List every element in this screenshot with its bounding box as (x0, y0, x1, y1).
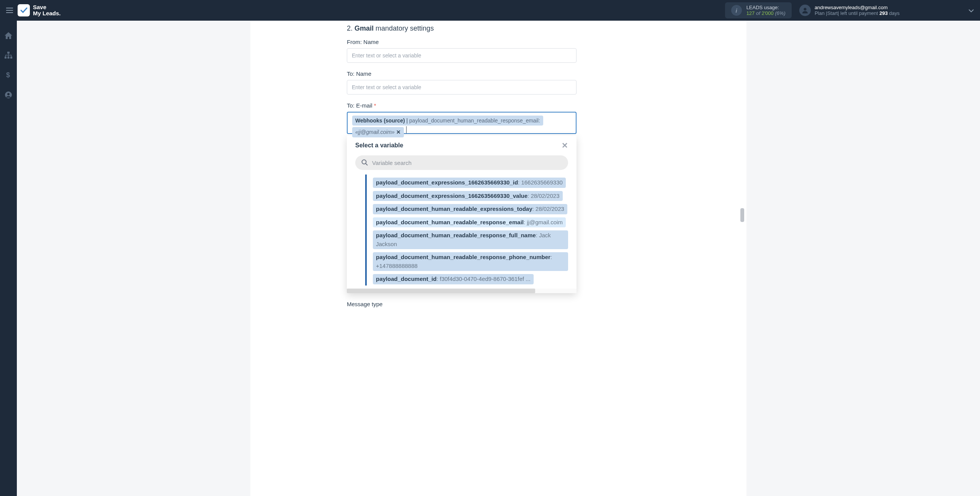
hamburger-menu-button[interactable] (6, 6, 13, 15)
user-menu[interactable]: andrewsavemyleads@gmail.com Plan |Start|… (799, 5, 900, 16)
variable-token[interactable]: Webhooks (source) | payload_document_hum… (352, 116, 543, 126)
leads-usage-label: LEADS usage: (746, 5, 786, 10)
horizontal-scrollbar[interactable] (347, 289, 577, 293)
sidebar-item-account[interactable] (5, 91, 12, 100)
user-email: andrewsavemyleads@gmail.com (815, 5, 900, 10)
leads-used-count: 127 (746, 10, 755, 16)
logo-checkmark-icon (18, 4, 30, 16)
variable-dropdown: Select a variable ✕ payload_document_exp… (347, 135, 577, 293)
svg-rect-3 (8, 57, 10, 59)
hamburger-icon (6, 8, 13, 13)
app-header: Save My Leads. i LEADS usage: 127 of 2'0… (0, 0, 980, 21)
svg-text:$: $ (6, 71, 10, 79)
leads-total-count: 2'000 (761, 10, 773, 16)
sidebar-item-home[interactable] (5, 32, 12, 41)
from-name-input[interactable] (347, 48, 577, 63)
svg-rect-1 (7, 52, 10, 54)
logo[interactable]: Save My Leads. (18, 4, 61, 17)
logo-text: Save My Leads. (33, 4, 61, 17)
section-title: 2. Gmail mandatory settings (347, 24, 577, 33)
variable-search-wrap[interactable] (355, 155, 568, 170)
user-menu-chevron[interactable] (969, 8, 974, 13)
vertical-scrollbar[interactable] (740, 208, 744, 222)
variable-search-input[interactable] (372, 160, 562, 166)
text-cursor (406, 126, 407, 133)
user-icon (802, 7, 808, 14)
svg-rect-2 (5, 57, 7, 59)
svg-point-0 (804, 8, 806, 11)
dropdown-title: Select a variable (355, 142, 403, 149)
dropdown-close-button[interactable]: ✕ (562, 141, 568, 150)
variable-option[interactable]: payload_document_human_readable_response… (373, 230, 568, 249)
chevron-down-icon (969, 9, 974, 12)
variable-option[interactable]: payload_document_expressions_16626356693… (373, 178, 566, 188)
svg-point-8 (362, 160, 366, 164)
user-days-left: 293 (879, 10, 888, 16)
from-name-label: From: Name (347, 39, 577, 45)
to-email-label: To: E-mail * (347, 102, 577, 109)
to-name-label: To: Name (347, 70, 577, 77)
variable-list[interactable]: payload_document_expressions_16626356693… (365, 175, 568, 286)
close-icon: ✕ (562, 141, 568, 150)
variable-option[interactable]: payload_document_human_readable_response… (373, 217, 566, 228)
svg-rect-4 (10, 57, 12, 59)
home-icon (5, 32, 12, 39)
dollar-icon: $ (6, 71, 11, 79)
variable-option[interactable]: payload_document_human_readable_response… (373, 252, 568, 271)
to-email-input[interactable]: Webhooks (source) | payload_document_hum… (347, 112, 577, 134)
token-remove-icon[interactable]: ✕ (396, 129, 401, 135)
required-asterisk: * (374, 102, 376, 109)
message-type-label: Message type (347, 301, 577, 307)
variable-option[interactable]: payload_document_expressions_16626356693… (373, 191, 563, 201)
sitemap-icon (5, 52, 12, 59)
form-panel: 2. Gmail mandatory settings From: Name T… (250, 21, 746, 496)
user-icon (5, 91, 12, 98)
variable-option[interactable]: payload_document_id: f30f4d30-0470-4ed9-… (373, 274, 534, 284)
svg-point-7 (7, 93, 10, 95)
avatar (799, 5, 811, 16)
variable-option[interactable]: payload_document_human_readable_expressi… (373, 204, 567, 214)
info-icon: i (731, 5, 742, 16)
variable-token-value[interactable]: «jj@gmail.coim»✕ (352, 127, 404, 137)
sidebar: $ (0, 21, 17, 496)
to-name-input[interactable] (347, 80, 577, 95)
sidebar-item-billing[interactable]: $ (6, 71, 11, 81)
leads-percent: (6%) (774, 10, 786, 16)
sidebar-item-connections[interactable] (5, 52, 12, 60)
search-icon (361, 159, 368, 166)
leads-usage-widget[interactable]: i LEADS usage: 127 of 2'000 (6%) (725, 2, 792, 18)
